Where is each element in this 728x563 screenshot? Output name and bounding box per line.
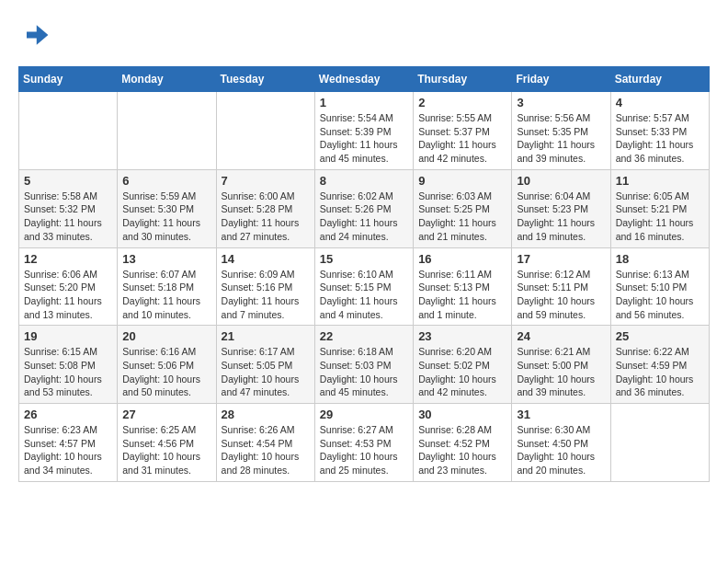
calendar-cell bbox=[19, 92, 118, 170]
calendar-cell: 12Sunrise: 6:06 AM Sunset: 5:20 PM Dayli… bbox=[19, 247, 118, 326]
day-info: Sunrise: 6:10 AM Sunset: 5:15 PM Dayligh… bbox=[320, 268, 408, 322]
page-header bbox=[18, 18, 710, 52]
calendar-cell: 19Sunrise: 6:15 AM Sunset: 5:08 PM Dayli… bbox=[19, 326, 118, 404]
day-number: 24 bbox=[517, 329, 605, 343]
calendar-week-1: 1Sunrise: 5:54 AM Sunset: 5:39 PM Daylig… bbox=[19, 92, 710, 170]
calendar-cell bbox=[216, 92, 314, 170]
weekday-row: SundayMondayTuesdayWednesdayThursdayFrid… bbox=[19, 67, 710, 92]
calendar-cell: 9Sunrise: 6:03 AM Sunset: 5:25 PM Daylig… bbox=[414, 169, 512, 247]
day-info: Sunrise: 6:26 AM Sunset: 4:54 PM Dayligh… bbox=[222, 423, 310, 477]
day-info: Sunrise: 6:18 AM Sunset: 5:03 PM Dayligh… bbox=[320, 345, 408, 399]
day-number: 15 bbox=[320, 252, 408, 266]
day-number: 20 bbox=[122, 329, 210, 343]
calendar-cell: 27Sunrise: 6:25 AM Sunset: 4:56 PM Dayli… bbox=[118, 404, 216, 482]
day-number: 22 bbox=[320, 329, 408, 343]
calendar-body: 1Sunrise: 5:54 AM Sunset: 5:39 PM Daylig… bbox=[19, 92, 710, 482]
calendar-cell: 2Sunrise: 5:55 AM Sunset: 5:37 PM Daylig… bbox=[414, 92, 512, 170]
day-number: 8 bbox=[320, 174, 408, 188]
weekday-header-sunday: Sunday bbox=[19, 67, 118, 92]
day-info: Sunrise: 6:11 AM Sunset: 5:13 PM Dayligh… bbox=[418, 268, 506, 322]
calendar-header: SundayMondayTuesdayWednesdayThursdayFrid… bbox=[19, 67, 710, 92]
day-info: Sunrise: 6:22 AM Sunset: 4:59 PM Dayligh… bbox=[616, 345, 704, 399]
weekday-header-thursday: Thursday bbox=[414, 67, 512, 92]
calendar-cell: 22Sunrise: 6:18 AM Sunset: 5:03 PM Dayli… bbox=[314, 326, 413, 404]
day-info: Sunrise: 6:16 AM Sunset: 5:06 PM Dayligh… bbox=[122, 345, 210, 399]
day-number: 6 bbox=[122, 174, 210, 188]
day-info: Sunrise: 5:56 AM Sunset: 5:35 PM Dayligh… bbox=[517, 111, 605, 166]
svg-marker-0 bbox=[27, 25, 48, 45]
calendar-cell: 10Sunrise: 6:04 AM Sunset: 5:23 PM Dayli… bbox=[512, 169, 610, 247]
weekday-header-friday: Friday bbox=[512, 67, 610, 92]
calendar-cell: 1Sunrise: 5:54 AM Sunset: 5:39 PM Daylig… bbox=[314, 92, 413, 170]
day-number: 19 bbox=[24, 329, 112, 343]
day-info: Sunrise: 6:15 AM Sunset: 5:08 PM Dayligh… bbox=[24, 345, 112, 399]
calendar-cell: 18Sunrise: 6:13 AM Sunset: 5:10 PM Dayli… bbox=[610, 247, 709, 326]
calendar-cell: 11Sunrise: 6:05 AM Sunset: 5:21 PM Dayli… bbox=[610, 169, 709, 247]
day-info: Sunrise: 6:28 AM Sunset: 4:52 PM Dayligh… bbox=[418, 423, 506, 477]
day-number: 16 bbox=[418, 252, 506, 266]
logo-icon bbox=[18, 18, 51, 52]
day-info: Sunrise: 6:23 AM Sunset: 4:57 PM Dayligh… bbox=[24, 423, 112, 477]
calendar-week-2: 5Sunrise: 5:58 AM Sunset: 5:32 PM Daylig… bbox=[19, 169, 710, 247]
calendar-week-4: 19Sunrise: 6:15 AM Sunset: 5:08 PM Dayli… bbox=[19, 326, 710, 404]
day-info: Sunrise: 6:06 AM Sunset: 5:20 PM Dayligh… bbox=[24, 268, 112, 322]
calendar-cell: 28Sunrise: 6:26 AM Sunset: 4:54 PM Dayli… bbox=[216, 404, 314, 482]
calendar-cell: 25Sunrise: 6:22 AM Sunset: 4:59 PM Dayli… bbox=[610, 326, 709, 404]
day-number: 18 bbox=[616, 252, 704, 266]
day-number: 28 bbox=[222, 408, 310, 421]
day-info: Sunrise: 6:13 AM Sunset: 5:10 PM Dayligh… bbox=[616, 268, 704, 322]
calendar-cell: 23Sunrise: 6:20 AM Sunset: 5:02 PM Dayli… bbox=[414, 326, 512, 404]
day-info: Sunrise: 6:04 AM Sunset: 5:23 PM Dayligh… bbox=[517, 190, 605, 244]
day-info: Sunrise: 6:12 AM Sunset: 5:11 PM Dayligh… bbox=[517, 268, 605, 322]
calendar-cell: 26Sunrise: 6:23 AM Sunset: 4:57 PM Dayli… bbox=[19, 404, 118, 482]
calendar-cell: 29Sunrise: 6:27 AM Sunset: 4:53 PM Dayli… bbox=[314, 404, 413, 482]
day-number: 14 bbox=[222, 252, 310, 266]
calendar-week-5: 26Sunrise: 6:23 AM Sunset: 4:57 PM Dayli… bbox=[19, 404, 710, 482]
day-info: Sunrise: 6:20 AM Sunset: 5:02 PM Dayligh… bbox=[418, 345, 506, 399]
calendar-cell: 24Sunrise: 6:21 AM Sunset: 5:00 PM Dayli… bbox=[512, 326, 610, 404]
day-number: 1 bbox=[320, 96, 408, 109]
day-number: 9 bbox=[418, 174, 506, 188]
calendar-cell: 5Sunrise: 5:58 AM Sunset: 5:32 PM Daylig… bbox=[19, 169, 118, 247]
day-info: Sunrise: 5:59 AM Sunset: 5:30 PM Dayligh… bbox=[122, 190, 210, 244]
calendar-cell: 17Sunrise: 6:12 AM Sunset: 5:11 PM Dayli… bbox=[512, 247, 610, 326]
day-number: 25 bbox=[616, 329, 704, 343]
calendar-cell: 13Sunrise: 6:07 AM Sunset: 5:18 PM Dayli… bbox=[118, 247, 216, 326]
day-info: Sunrise: 6:17 AM Sunset: 5:05 PM Dayligh… bbox=[222, 345, 310, 399]
calendar-cell: 3Sunrise: 5:56 AM Sunset: 5:35 PM Daylig… bbox=[512, 92, 610, 170]
day-info: Sunrise: 5:54 AM Sunset: 5:39 PM Dayligh… bbox=[320, 111, 408, 166]
day-number: 11 bbox=[616, 174, 704, 188]
day-info: Sunrise: 5:57 AM Sunset: 5:33 PM Dayligh… bbox=[616, 111, 704, 166]
day-number: 21 bbox=[222, 329, 310, 343]
calendar-cell: 6Sunrise: 5:59 AM Sunset: 5:30 PM Daylig… bbox=[118, 169, 216, 247]
weekday-header-monday: Monday bbox=[118, 67, 216, 92]
day-info: Sunrise: 6:09 AM Sunset: 5:16 PM Dayligh… bbox=[222, 268, 310, 322]
day-info: Sunrise: 6:00 AM Sunset: 5:28 PM Dayligh… bbox=[222, 190, 310, 244]
calendar-cell: 30Sunrise: 6:28 AM Sunset: 4:52 PM Dayli… bbox=[414, 404, 512, 482]
day-info: Sunrise: 6:05 AM Sunset: 5:21 PM Dayligh… bbox=[616, 190, 704, 244]
day-number: 7 bbox=[222, 174, 310, 188]
calendar-cell: 4Sunrise: 5:57 AM Sunset: 5:33 PM Daylig… bbox=[610, 92, 709, 170]
calendar-cell: 8Sunrise: 6:02 AM Sunset: 5:26 PM Daylig… bbox=[314, 169, 413, 247]
day-number: 4 bbox=[616, 96, 704, 109]
calendar-week-3: 12Sunrise: 6:06 AM Sunset: 5:20 PM Dayli… bbox=[19, 247, 710, 326]
day-info: Sunrise: 6:27 AM Sunset: 4:53 PM Dayligh… bbox=[320, 423, 408, 477]
day-number: 5 bbox=[24, 174, 112, 188]
calendar-table: SundayMondayTuesdayWednesdayThursdayFrid… bbox=[18, 66, 710, 482]
calendar-cell: 14Sunrise: 6:09 AM Sunset: 5:16 PM Dayli… bbox=[216, 247, 314, 326]
day-number: 30 bbox=[418, 408, 506, 421]
day-number: 26 bbox=[24, 408, 112, 421]
day-info: Sunrise: 6:21 AM Sunset: 5:00 PM Dayligh… bbox=[517, 345, 605, 399]
calendar-cell bbox=[610, 404, 709, 482]
day-number: 17 bbox=[517, 252, 605, 266]
day-number: 27 bbox=[122, 408, 210, 421]
calendar-cell: 31Sunrise: 6:30 AM Sunset: 4:50 PM Dayli… bbox=[512, 404, 610, 482]
day-info: Sunrise: 5:55 AM Sunset: 5:37 PM Dayligh… bbox=[418, 111, 506, 166]
weekday-header-saturday: Saturday bbox=[610, 67, 709, 92]
day-info: Sunrise: 6:03 AM Sunset: 5:25 PM Dayligh… bbox=[418, 190, 506, 244]
day-number: 23 bbox=[418, 329, 506, 343]
day-info: Sunrise: 6:30 AM Sunset: 4:50 PM Dayligh… bbox=[517, 423, 605, 477]
day-number: 13 bbox=[122, 252, 210, 266]
calendar-cell: 15Sunrise: 6:10 AM Sunset: 5:15 PM Dayli… bbox=[314, 247, 413, 326]
day-info: Sunrise: 6:02 AM Sunset: 5:26 PM Dayligh… bbox=[320, 190, 408, 244]
